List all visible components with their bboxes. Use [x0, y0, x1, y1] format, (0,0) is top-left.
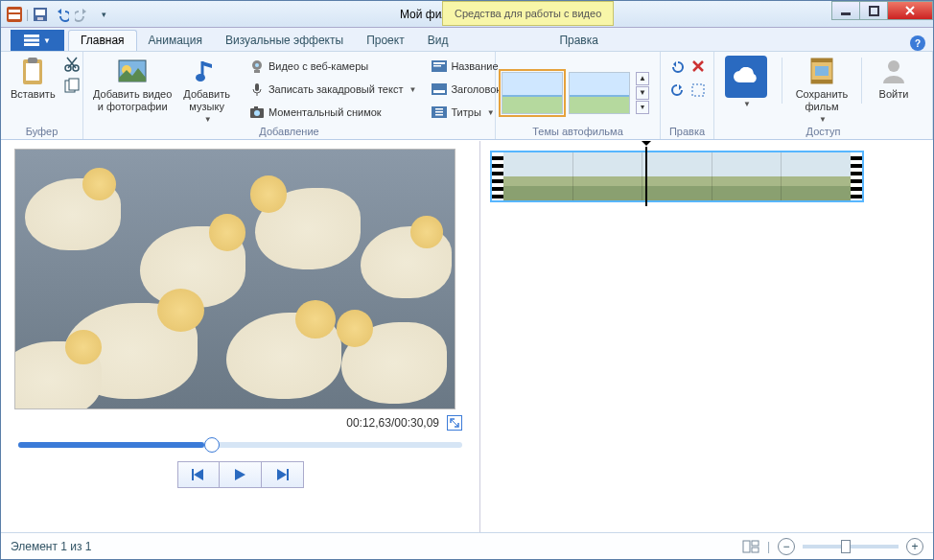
theme-more[interactable]: ▾ — [636, 101, 649, 114]
help-icon[interactable]: ? — [910, 35, 925, 51]
svg-rect-45 — [287, 469, 289, 480]
svg-rect-23 — [254, 70, 260, 73]
svg-rect-40 — [811, 58, 832, 62]
svg-rect-12 — [26, 63, 39, 81]
tab-animation[interactable]: Анимация — [137, 31, 214, 51]
svg-point-43 — [888, 60, 899, 72]
svg-point-22 — [255, 63, 259, 67]
rotate-left-button[interactable] — [670, 59, 686, 75]
zoom-out-button[interactable]: − — [778, 538, 795, 555]
svg-rect-17 — [69, 79, 79, 90]
svg-rect-30 — [433, 62, 445, 64]
svg-rect-42 — [815, 66, 829, 76]
snapshot-button[interactable]: Моментальный снимок — [249, 102, 416, 123]
timeline-pane[interactable] — [480, 141, 933, 532]
view-mode-button[interactable] — [742, 540, 759, 553]
zoom-in-button[interactable]: + — [906, 538, 923, 555]
rotate-right-button[interactable] — [669, 82, 685, 98]
svg-rect-28 — [254, 106, 258, 109]
next-frame-button[interactable] — [262, 461, 304, 488]
ribbon-tabs: Главная Анимация Визуальные эффекты Прое… — [1, 28, 933, 51]
onedrive-button[interactable]: ▼ — [720, 54, 772, 108]
timecode: 00:12,63/00:30,09 — [346, 416, 439, 430]
svg-rect-33 — [433, 90, 445, 93]
svg-rect-35 — [435, 108, 443, 110]
tab-project[interactable]: Проект — [355, 31, 416, 51]
group-buffer-label: Буфер — [7, 124, 77, 139]
add-music-button[interactable]: Добавить музыку ▼ — [179, 54, 234, 124]
title-button[interactable]: Название — [432, 56, 501, 77]
status-bar: Элемент 1 из 1 | − + — [1, 532, 933, 559]
credits-icon — [432, 105, 447, 120]
ribbon: Вставить Буфер Добавить видео и фотограф… — [1, 51, 933, 140]
svg-rect-44 — [192, 469, 194, 480]
timeline-playhead[interactable] — [645, 147, 647, 206]
svg-rect-47 — [752, 541, 759, 546]
svg-rect-37 — [435, 114, 443, 116]
paste-button[interactable]: Вставить — [7, 54, 59, 101]
credits-button[interactable]: Титры▼ — [432, 102, 501, 123]
svg-rect-31 — [433, 65, 441, 67]
svg-point-27 — [254, 110, 260, 116]
svg-rect-41 — [811, 80, 832, 83]
theme-scroll-down[interactable]: ▼ — [636, 86, 649, 100]
add-video-button[interactable]: Добавить видео и фотографии — [89, 54, 175, 113]
webcam-button[interactable]: Видео с веб-камеры — [249, 56, 416, 77]
signin-button[interactable]: Войти — [872, 54, 916, 101]
svg-rect-10 — [24, 43, 39, 46]
preview-pane: 00:12,63/00:30,09 — [1, 141, 480, 532]
theme-option-2[interactable] — [569, 72, 630, 114]
timeline-clip[interactable] — [490, 151, 864, 202]
seek-slider[interactable] — [18, 442, 462, 448]
context-tab-label: Средства для работы с видео — [442, 1, 614, 26]
file-menu-button[interactable] — [11, 30, 64, 51]
tab-visual-effects[interactable]: Визуальные эффекты — [214, 31, 355, 51]
voiceover-button[interactable]: Записать закадровый текст▼ — [249, 79, 416, 100]
theme-scroll-up[interactable]: ▲ — [636, 72, 649, 85]
svg-rect-46 — [743, 541, 750, 552]
prev-frame-button[interactable] — [177, 461, 220, 488]
tab-main[interactable]: Главная — [68, 30, 137, 51]
svg-rect-13 — [28, 58, 37, 63]
group-themes-label: Темы автофильма — [502, 124, 654, 139]
play-button[interactable] — [220, 461, 262, 488]
status-element-count: Элемент 1 из 1 — [11, 540, 92, 553]
cut-button[interactable] — [63, 56, 81, 73]
svg-rect-48 — [752, 548, 759, 552]
save-movie-button[interactable]: Сохранить фильм ▼ — [792, 54, 852, 124]
svg-point-20 — [196, 74, 205, 82]
webcam-icon — [249, 58, 265, 74]
maximize-button[interactable] — [859, 1, 888, 20]
remove-button[interactable] — [691, 59, 705, 75]
svg-rect-8 — [24, 35, 39, 37]
svg-rect-6 — [841, 12, 851, 15]
mic-icon — [249, 82, 265, 97]
svg-rect-32 — [432, 83, 447, 95]
camera-icon — [249, 105, 265, 120]
paste-label: Вставить — [11, 88, 56, 101]
content-area: 00:12,63/00:30,09 — [1, 141, 933, 532]
theme-option-1[interactable] — [502, 72, 563, 114]
svg-rect-7 — [870, 7, 878, 15]
select-all-button[interactable] — [690, 82, 706, 98]
svg-rect-38 — [692, 84, 704, 96]
zoom-slider[interactable] — [803, 545, 899, 548]
close-button[interactable] — [887, 1, 933, 20]
caption-button[interactable]: Заголовок — [432, 79, 501, 100]
preview-monitor[interactable] — [14, 149, 455, 409]
svg-rect-24 — [255, 83, 259, 91]
group-edit-label: Правка — [666, 124, 708, 139]
caption-icon — [432, 82, 447, 97]
tab-edit[interactable]: Правка — [548, 31, 610, 51]
tab-view[interactable]: Вид — [416, 31, 460, 51]
save-movie-label: Сохранить фильм — [796, 88, 849, 113]
minimize-button[interactable] — [831, 1, 860, 20]
svg-rect-9 — [24, 39, 39, 42]
group-adding-label: Добавление — [89, 124, 489, 139]
signin-label: Войти — [879, 88, 909, 101]
copy-button[interactable] — [63, 77, 81, 94]
fullscreen-button[interactable] — [447, 415, 462, 431]
add-music-label: Добавить музыку — [183, 88, 230, 113]
title-bar: | ▾ Мой фильм - Киностудия Средства для … — [1, 1, 933, 28]
svg-rect-36 — [435, 111, 443, 113]
